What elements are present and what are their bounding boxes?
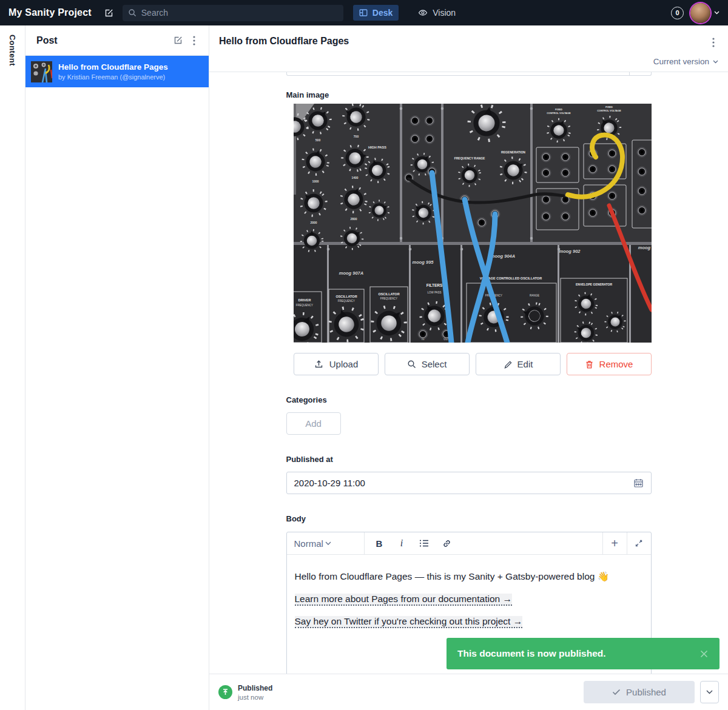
list-item-title: Hello from Cloudflare Pages xyxy=(58,62,168,72)
chevron-down-icon xyxy=(706,690,713,694)
svg-text:moog 995: moog 995 xyxy=(412,260,434,265)
svg-text:1000: 1000 xyxy=(312,179,318,183)
post-list-pane: Post xyxy=(25,25,209,710)
magnifier-icon xyxy=(407,360,416,369)
trash-icon xyxy=(585,360,594,369)
content-rail-label[interactable]: Content xyxy=(8,35,17,710)
svg-text:CONTROL VOLTAGE: CONTROL VOLTAGE xyxy=(547,112,571,115)
calendar-icon[interactable] xyxy=(633,478,644,488)
version-label: Current version xyxy=(653,57,709,66)
svg-text:moog 907A: moog 907A xyxy=(339,270,363,276)
svg-text:2800: 2800 xyxy=(350,217,357,221)
publish-button-label: Published xyxy=(626,687,666,697)
pencil-icon xyxy=(503,360,512,369)
content-rail: Content xyxy=(0,25,25,710)
document-menu-button[interactable] xyxy=(707,35,720,50)
compose-icon xyxy=(173,35,183,45)
document-form: Main image xyxy=(209,72,728,674)
publish-button[interactable]: Published xyxy=(584,681,695,703)
tab-vision[interactable]: Vision xyxy=(412,5,462,21)
twitter-link[interactable]: Say hey on Twitter if you're checking ou… xyxy=(295,616,523,628)
edit-button[interactable]: Edit xyxy=(476,353,561,375)
compose-icon xyxy=(104,8,114,18)
svg-text:FREQUENCY: FREQUENCY xyxy=(337,300,354,303)
svg-text:FREQUENCY RANGE: FREQUENCY RANGE xyxy=(454,156,485,160)
svg-text:moog 904A: moog 904A xyxy=(490,253,514,259)
upload-label: Upload xyxy=(329,359,359,369)
publish-menu-button[interactable] xyxy=(700,681,719,703)
toast-message: This document is now published. xyxy=(457,648,606,659)
eye-icon xyxy=(418,8,428,17)
new-document-button[interactable] xyxy=(168,35,188,45)
plus-icon: + xyxy=(611,537,618,551)
main-image-preview[interactable]: 500 700 1000 1400 2000 2800 xyxy=(294,104,652,343)
style-select[interactable]: Normal xyxy=(287,532,365,554)
select-label: Select xyxy=(422,359,447,369)
svg-text:FIXED: FIXED xyxy=(605,105,613,109)
list-icon xyxy=(419,539,429,548)
svg-text:RANGE: RANGE xyxy=(529,294,539,297)
search-bar[interactable] xyxy=(123,5,343,21)
publish-status-title: Published xyxy=(238,684,272,692)
svg-text:REGENERATION: REGENERATION xyxy=(501,150,525,154)
pane-title: Post xyxy=(36,35,168,46)
remove-label: Remove xyxy=(599,359,633,369)
fullscreen-button[interactable] xyxy=(627,532,651,554)
tab-desk[interactable]: Desk xyxy=(353,5,399,21)
insert-block-button[interactable]: + xyxy=(602,532,627,554)
svg-text:FREQUENCY: FREQUENCY xyxy=(295,304,312,307)
docs-link[interactable]: Learn more about Pages from our document… xyxy=(295,594,512,606)
bullet-list-button[interactable] xyxy=(413,532,436,554)
svg-text:moog: moog xyxy=(638,245,650,250)
search-input[interactable] xyxy=(141,8,323,18)
categories-label: Categories xyxy=(286,395,652,404)
menu-dots-icon xyxy=(193,36,195,45)
close-icon[interactable] xyxy=(699,649,709,658)
post-pane-header: Post xyxy=(25,25,209,56)
list-item-subtitle: by Kristian Freeman (@signalnerve) xyxy=(58,73,168,81)
publish-status-time: just now xyxy=(238,694,272,701)
upload-icon xyxy=(314,359,324,369)
published-at-field[interactable] xyxy=(286,472,652,494)
svg-text:FIXED: FIXED xyxy=(555,108,562,111)
select-button[interactable]: Select xyxy=(385,353,470,375)
published-at-input[interactable] xyxy=(294,478,633,488)
categories-section: Categories Add xyxy=(286,395,652,435)
link-button[interactable] xyxy=(436,532,458,554)
svg-text:1400: 1400 xyxy=(351,176,358,179)
compose-button[interactable] xyxy=(104,8,114,18)
checkmark-icon xyxy=(612,689,621,695)
main-image-section: Main image xyxy=(286,90,652,375)
body-label: Body xyxy=(286,514,652,523)
chevron-down-icon xyxy=(325,541,357,546)
slug-field-cutoff[interactable] xyxy=(286,72,652,76)
remove-button[interactable]: Remove xyxy=(567,353,652,375)
italic-button[interactable]: i xyxy=(391,532,413,554)
published-at-label: Published at xyxy=(286,455,652,464)
tab-desk-label: Desk xyxy=(372,8,393,18)
search-icon xyxy=(128,8,136,17)
avatar[interactable] xyxy=(690,3,710,23)
svg-text:OSCILLATOR: OSCILLATOR xyxy=(378,292,399,296)
list-item-post[interactable]: Hello from Cloudflare Pages by Kristian … xyxy=(25,56,209,87)
style-select-value: Normal xyxy=(294,538,326,549)
bold-button[interactable]: B xyxy=(368,532,391,554)
publish-status-icon xyxy=(218,685,232,699)
svg-text:DRIVER: DRIVER xyxy=(298,298,311,302)
svg-text:CONTROL VOLTAGE: CONTROL VOLTAGE xyxy=(597,109,621,112)
svg-text:700: 700 xyxy=(353,135,359,138)
svg-text:500: 500 xyxy=(315,138,320,142)
version-selector[interactable]: Current version xyxy=(653,57,718,66)
svg-text:FREQUENCY: FREQUENCY xyxy=(380,297,397,300)
svg-text:FILTERS: FILTERS xyxy=(426,283,442,287)
svg-text:moog 902: moog 902 xyxy=(559,249,581,254)
top-navbar: My Sanity Project Desk Vision 0 xyxy=(0,0,728,25)
upload-button[interactable]: Upload xyxy=(294,353,379,375)
document-title: Hello from Cloudflare Pages xyxy=(219,36,718,47)
desk-icon xyxy=(359,8,368,17)
main-image-label: Main image xyxy=(286,90,652,99)
pane-menu-button[interactable] xyxy=(188,36,200,45)
chevron-down-icon[interactable] xyxy=(714,11,720,15)
status-badge[interactable]: 0 xyxy=(671,7,684,19)
add-category-button[interactable]: Add xyxy=(286,412,341,435)
